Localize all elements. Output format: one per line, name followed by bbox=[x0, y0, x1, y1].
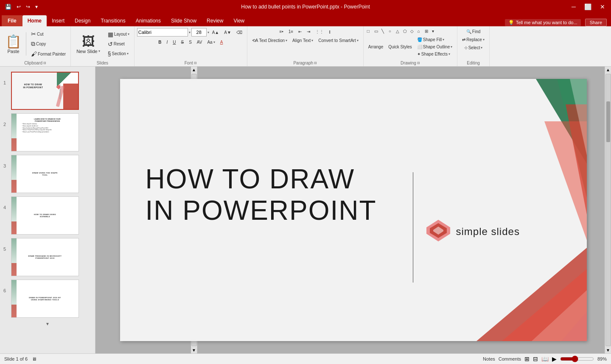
ribbon-tabs: File Home Insert Design Transitions Anim… bbox=[0, 14, 611, 26]
save-button[interactable]: 💾 bbox=[3, 3, 13, 11]
reset-icon: ↺ bbox=[108, 41, 113, 48]
convert-smartart-button[interactable]: Convert to SmartArt ▾ bbox=[316, 37, 360, 44]
tab-insert[interactable]: Insert bbox=[47, 15, 70, 26]
smartart-button[interactable]: ⋮⋮ bbox=[313, 28, 326, 35]
restore-button[interactable]: ⬜ bbox=[582, 3, 594, 11]
more-shapes[interactable]: ▾ bbox=[431, 28, 438, 34]
font-size-arrow: ▾ bbox=[207, 31, 209, 34]
tab-file[interactable]: File bbox=[2, 15, 22, 26]
shape-9[interactable]: ⊞ bbox=[424, 28, 431, 34]
text-direction-button[interactable]: ⟲A Text Direction ▾ bbox=[250, 37, 289, 44]
increase-indent-button[interactable]: ⇥ bbox=[305, 28, 312, 35]
arrange-button[interactable]: Arrange bbox=[366, 43, 386, 50]
slide-panel[interactable]: 1 HOW TO DRAWIN POWERPOINT bbox=[0, 67, 95, 353]
bold-button[interactable]: B bbox=[156, 39, 163, 46]
redo-button[interactable]: ↪ bbox=[24, 3, 32, 11]
reading-view-button[interactable]: 📖 bbox=[541, 356, 549, 362]
spacing-button[interactable]: AV bbox=[195, 39, 205, 46]
slide-thumb-5[interactable]: 5 DRAW FREEHAND IN MICROSOFTPOWERPOINT 2… bbox=[0, 236, 95, 278]
undo-button[interactable]: ↩ bbox=[15, 3, 22, 11]
slide-sorter-button[interactable]: ⊟ bbox=[533, 356, 538, 362]
clipboard-expand-icon[interactable]: ⊟ bbox=[43, 61, 46, 65]
right-scroll-up[interactable]: ▲ bbox=[605, 67, 611, 73]
shadow-button[interactable]: S bbox=[187, 39, 194, 46]
notes-button[interactable]: Notes bbox=[483, 356, 495, 361]
tab-animations[interactable]: Animations bbox=[131, 15, 166, 26]
paste-button[interactable]: 📋 Paste bbox=[3, 32, 24, 56]
underline-button[interactable]: U bbox=[171, 39, 178, 46]
share-button[interactable]: Share bbox=[585, 19, 607, 26]
right-scroll-down[interactable]: ▼ bbox=[605, 347, 611, 353]
format-painter-button[interactable]: 🖌 Format Painter bbox=[29, 49, 68, 59]
replace-button[interactable]: ⇄ Replace ▾ bbox=[460, 36, 487, 43]
font-size-input[interactable] bbox=[191, 28, 207, 36]
select-button[interactable]: ⊹ Select ▾ bbox=[462, 44, 485, 51]
close-button[interactable]: ✕ bbox=[597, 3, 608, 11]
drawing-group: □ ▭ ╲ ○ △ ⬠ ◇ ⌂ ⊞ ▾ Arrange Quick Styles bbox=[364, 26, 458, 66]
font-expand-icon[interactable]: ⊟ bbox=[194, 61, 197, 65]
slide-thumb-1[interactable]: 1 HOW TO DRAWIN POWERPOINT bbox=[0, 70, 95, 112]
case-button[interactable]: Aa▾ bbox=[205, 39, 217, 46]
decrease-font-button[interactable]: A▼ bbox=[222, 29, 233, 36]
slide-thumb-2[interactable]: 2 LEARN HOW TO DRAW IN YOURPOWERPOINT PR… bbox=[0, 112, 95, 153]
shape-outline-button[interactable]: ⬜Shape Outline▾ bbox=[415, 43, 454, 50]
find-button[interactable]: 🔍 Find bbox=[464, 28, 482, 35]
shape-4[interactable]: ○ bbox=[388, 28, 395, 34]
normal-view-button[interactable]: ⊞ bbox=[524, 356, 530, 362]
shape-effects-button[interactable]: ✦Shape Effects▾ bbox=[415, 50, 454, 58]
slide-thumb-4[interactable]: 4 HOW TO DRAW USINGSCRIBBLE bbox=[0, 195, 95, 236]
shape-3[interactable]: ╲ bbox=[381, 28, 387, 34]
customize-qat-button[interactable]: ▾ bbox=[34, 3, 39, 11]
right-scroll-thumb[interactable] bbox=[606, 101, 610, 142]
comments-button[interactable]: Comments bbox=[499, 356, 521, 361]
scroll-down-button[interactable]: ▼ bbox=[191, 347, 197, 353]
tab-transitions[interactable]: Transitions bbox=[95, 15, 130, 26]
copy-button[interactable]: ⧉ Copy bbox=[29, 39, 68, 49]
font-name-input[interactable] bbox=[137, 28, 188, 36]
reset-button[interactable]: ↺ Reset bbox=[106, 39, 132, 49]
strikethrough-button[interactable]: S bbox=[179, 39, 186, 46]
align-text-button[interactable]: Align Text ▾ bbox=[290, 37, 315, 44]
slide-logo-area: simple slides bbox=[426, 219, 520, 244]
quick-styles-button[interactable]: Quick Styles bbox=[386, 43, 414, 50]
cut-button[interactable]: ✂ Cut bbox=[29, 29, 68, 39]
window-title: How to add bullet points in PowerPoint.p… bbox=[241, 4, 370, 10]
slide-number-5: 5 bbox=[3, 238, 8, 252]
section-button[interactable]: § Section ▾ bbox=[106, 49, 132, 59]
numbering-button[interactable]: 1≡ bbox=[286, 28, 295, 35]
shape-5[interactable]: △ bbox=[395, 28, 402, 34]
slide-number-3: 3 bbox=[3, 155, 8, 168]
right-scrollbar[interactable]: ▲ ▼ bbox=[605, 67, 611, 353]
zoom-slider[interactable] bbox=[560, 356, 594, 362]
layout-button[interactable]: ▦ Layout ▾ bbox=[106, 30, 132, 39]
drawing-expand-icon[interactable]: ⊟ bbox=[417, 61, 420, 65]
shape-fill-button[interactable]: 🪣Shape Fill▾ bbox=[415, 36, 454, 43]
tab-slideshow[interactable]: Slide Show bbox=[166, 15, 202, 26]
tab-home[interactable]: Home bbox=[22, 15, 47, 26]
slide-thumb-6[interactable]: 6 DRAW IN POWERPOINT 2016 BYUSING START/… bbox=[0, 278, 95, 319]
decrease-indent-button[interactable]: ⇤ bbox=[296, 28, 304, 35]
increase-font-button[interactable]: A▲ bbox=[210, 29, 221, 36]
tab-design[interactable]: Design bbox=[70, 15, 95, 26]
bullets-button[interactable]: ≡• bbox=[277, 28, 285, 35]
slide-preview-4: HOW TO DRAW USINGSCRIBBLE bbox=[11, 196, 79, 235]
shape-6[interactable]: ⬠ bbox=[402, 28, 409, 34]
columns-button[interactable]: ⫿ bbox=[327, 28, 333, 35]
minimize-button[interactable]: ─ bbox=[569, 3, 578, 11]
rect-shape[interactable]: □ bbox=[366, 28, 373, 34]
tell-me-input[interactable]: 💡 Tell me what you want to do... bbox=[505, 19, 581, 26]
tab-review[interactable]: Review bbox=[202, 15, 228, 26]
new-slide-button[interactable]: 🖼 New Slide ▾ bbox=[73, 33, 103, 56]
paragraph-expand-icon[interactable]: ⊟ bbox=[314, 61, 317, 65]
clear-format-button[interactable]: ⌫ bbox=[234, 29, 244, 36]
slide-main-title[interactable]: HOW TO DRAW IN POWERPOINT bbox=[146, 164, 400, 226]
shape-2[interactable]: ▭ bbox=[373, 28, 380, 34]
shape-8[interactable]: ⌂ bbox=[417, 28, 423, 34]
shape-7[interactable]: ◇ bbox=[409, 28, 416, 34]
tab-view[interactable]: View bbox=[228, 15, 249, 26]
slide-thumb-3[interactable]: 3 DRAW USING THE SHAPETOOL bbox=[0, 153, 95, 195]
italic-button[interactable]: I bbox=[164, 39, 170, 46]
font-color-button[interactable]: A bbox=[218, 39, 225, 46]
slideshow-button[interactable]: ▶ bbox=[552, 356, 557, 362]
scroll-up-button[interactable]: ▲ bbox=[191, 67, 197, 73]
